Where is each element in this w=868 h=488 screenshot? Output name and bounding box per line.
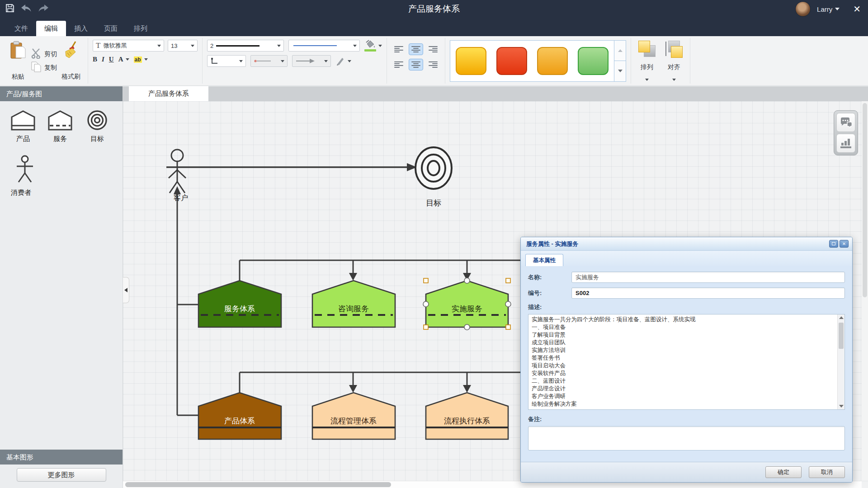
bold-button[interactable]: B bbox=[93, 56, 97, 63]
underline-button[interactable]: U bbox=[109, 56, 114, 63]
stencil-shape-target[interactable]: 目标 bbox=[79, 109, 116, 143]
theme-colors-group bbox=[445, 38, 631, 84]
svg-text:流程执行体系: 流程执行体系 bbox=[444, 417, 490, 425]
color-swatch-red[interactable] bbox=[496, 47, 527, 75]
sidebar-collapse-handle[interactable] bbox=[123, 277, 129, 303]
notes-label: 备注: bbox=[528, 415, 845, 423]
line-end-select[interactable] bbox=[292, 55, 331, 67]
clipboard-group: 粘贴 剪切 复制 bbox=[3, 38, 88, 84]
arrow-end-icon bbox=[295, 58, 315, 64]
dialog-title-bar[interactable]: 服务属性 - 实施服务 ✕ bbox=[521, 237, 852, 251]
menu-tab-file[interactable]: 文件 bbox=[6, 21, 36, 36]
dialog-title: 服务属性 - 实施服务 bbox=[526, 240, 579, 248]
description-field[interactable]: 实施服务一共分为四个大的阶段：项目准备、蓝图设计、系统实现 一、项目准备 了解项… bbox=[528, 314, 845, 410]
format-painter-icon bbox=[63, 41, 79, 61]
target-shape-icon bbox=[83, 109, 112, 131]
color-swatch-green[interactable] bbox=[578, 47, 609, 75]
align-right-button[interactable] bbox=[426, 43, 440, 55]
product-shape-icon bbox=[9, 109, 38, 131]
target-node[interactable] bbox=[415, 147, 452, 189]
color-swatch-amber[interactable] bbox=[537, 47, 568, 75]
document-tab[interactable]: 产品服务体系 bbox=[129, 86, 208, 101]
node-process-management[interactable]: 流程管理体系 bbox=[312, 393, 395, 439]
vertical-scrollbar[interactable] bbox=[862, 101, 868, 481]
line-begin-select[interactable] bbox=[250, 55, 288, 67]
pen-style-button[interactable] bbox=[335, 56, 351, 66]
scissors-icon bbox=[31, 48, 42, 60]
stencil-header[interactable]: 产品/服务图 bbox=[0, 86, 123, 101]
swatch-scroll-down[interactable] bbox=[614, 61, 626, 81]
menu-bar: 文件 编辑 插入 页面 排列 bbox=[0, 18, 868, 36]
basic-shapes-header[interactable]: 基本图形 bbox=[0, 450, 123, 465]
valign-bottom-button[interactable] bbox=[426, 59, 440, 70]
align-objects-button[interactable]: 对齐 bbox=[663, 40, 685, 82]
align-center-button[interactable] bbox=[409, 43, 423, 55]
horizontal-scroll-thumb[interactable] bbox=[125, 482, 391, 487]
dialog-footer: 确定 取消 bbox=[521, 462, 852, 482]
description-scrollbar[interactable] bbox=[837, 314, 844, 409]
swatch-scroll-up[interactable] bbox=[614, 41, 626, 61]
description-text: 实施服务一共分为四个大的阶段：项目准备、蓝图设计、系统实现 一、项目准备 了解项… bbox=[532, 316, 835, 408]
menu-tab-page[interactable]: 页面 bbox=[96, 21, 126, 36]
shape-library-sidebar: 产品/服务图 产品 服务 目标 消费者 基本图形 bbox=[0, 86, 123, 488]
notes-field[interactable] bbox=[528, 426, 845, 450]
description-scroll-thumb[interactable] bbox=[839, 323, 844, 349]
close-icon[interactable]: ✕ bbox=[853, 4, 861, 14]
avatar[interactable] bbox=[795, 1, 811, 17]
italic-button[interactable]: I bbox=[102, 56, 104, 63]
consumer-shape-icon bbox=[12, 155, 38, 185]
arrange-button[interactable]: 排列 bbox=[636, 40, 658, 82]
dialog-maximize-icon[interactable] bbox=[829, 240, 838, 248]
connector-type-select[interactable] bbox=[207, 55, 246, 67]
code-field[interactable] bbox=[571, 287, 845, 299]
vertical-scroll-thumb[interactable] bbox=[863, 103, 867, 297]
font-color-button[interactable]: A bbox=[118, 56, 129, 63]
dialog-close-icon[interactable]: ✕ bbox=[840, 240, 849, 248]
color-swatch-yellow[interactable] bbox=[456, 47, 486, 75]
valign-middle-button[interactable] bbox=[409, 59, 423, 70]
node-process-execution[interactable]: 流程执行体系 bbox=[426, 393, 508, 439]
scroll-down-icon[interactable] bbox=[839, 405, 844, 408]
chart-button[interactable] bbox=[836, 134, 855, 153]
cut-button[interactable]: 剪切 bbox=[31, 48, 57, 60]
node-implementation-service[interactable]: 实施服务 bbox=[426, 281, 508, 327]
paste-button[interactable]: 粘贴 bbox=[7, 40, 29, 82]
node-consulting-service[interactable]: 咨询服务 bbox=[312, 281, 395, 327]
fill-color-button[interactable] bbox=[364, 40, 382, 52]
name-field[interactable] bbox=[571, 272, 845, 283]
actor-label: 客户 bbox=[174, 194, 188, 202]
collapse-arrow-icon bbox=[124, 288, 127, 292]
menu-tab-insert[interactable]: 插入 bbox=[66, 21, 96, 36]
align-left-button[interactable] bbox=[392, 43, 406, 55]
highlight-button[interactable]: ab bbox=[134, 56, 148, 63]
line-begin-icon bbox=[254, 59, 272, 63]
font-family-select[interactable]: T 微软雅黑 bbox=[93, 40, 164, 52]
node-product-system[interactable]: 产品体系 bbox=[198, 393, 281, 439]
scroll-up-icon[interactable] bbox=[839, 316, 844, 319]
align-objects-icon bbox=[665, 41, 683, 57]
ok-button[interactable]: 确定 bbox=[765, 466, 802, 478]
stencil-shape-consumer[interactable]: 消费者 bbox=[5, 155, 118, 197]
line-width-preview bbox=[216, 45, 259, 47]
connector-arrowheads bbox=[174, 163, 471, 393]
format-painter-button[interactable]: 格式刷 bbox=[59, 40, 83, 82]
paste-icon bbox=[10, 41, 26, 61]
node-service-system[interactable]: 服务体系 bbox=[198, 281, 281, 327]
stencil-shape-product[interactable]: 产品 bbox=[5, 109, 42, 143]
valign-top-button[interactable] bbox=[392, 59, 406, 70]
line-color-select[interactable] bbox=[288, 40, 360, 52]
comments-button[interactable] bbox=[836, 113, 855, 132]
menu-tab-arrange[interactable]: 排列 bbox=[126, 21, 156, 36]
svg-text:产品体系: 产品体系 bbox=[224, 417, 255, 425]
svg-text:咨询服务: 咨询服务 bbox=[338, 305, 369, 313]
copy-button[interactable]: 复制 bbox=[31, 62, 57, 74]
font-size-select[interactable]: 13 bbox=[168, 40, 198, 52]
user-menu[interactable]: Larry bbox=[817, 5, 840, 13]
stencil-shape-service[interactable]: 服务 bbox=[42, 109, 79, 143]
line-width-select[interactable]: 2 bbox=[207, 40, 284, 52]
connector-icon bbox=[210, 57, 218, 65]
menu-tab-edit[interactable]: 编辑 bbox=[36, 21, 66, 36]
more-shapes-button[interactable]: 更多图形 bbox=[17, 468, 106, 482]
dialog-tab-basic-properties[interactable]: 基本属性 bbox=[525, 254, 563, 266]
cancel-button[interactable]: 取消 bbox=[809, 466, 845, 478]
